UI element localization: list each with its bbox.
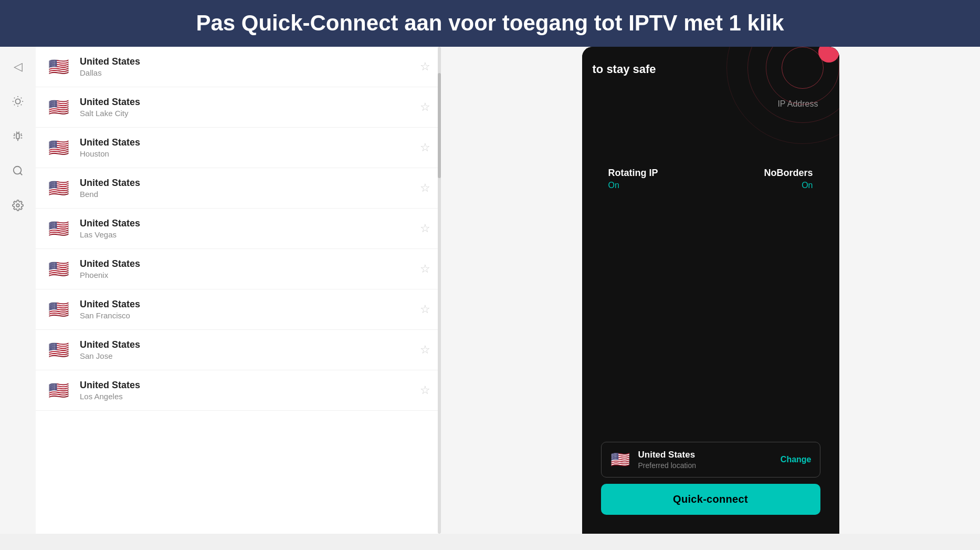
location-country: United States (80, 97, 412, 108)
location-country: United States (80, 137, 412, 148)
svg-point-9 (14, 166, 22, 174)
location-selector[interactable]: 🇺🇸 United States Preferred location Chan… (601, 442, 820, 478)
header-banner: Pas Quick-Connect aan voor toegang tot I… (0, 0, 980, 47)
flag-icon: 🇺🇸 (46, 138, 71, 158)
location-country: United States (80, 178, 412, 189)
sidebar-icons: ◁ (0, 47, 36, 534)
rotating-ip-label: Rotating IP (608, 168, 700, 179)
favorite-star-icon[interactable]: ☆ (420, 383, 430, 397)
flag-icon: 🇺🇸 (46, 340, 71, 360)
flag-icon: 🇺🇸 (46, 97, 71, 117)
search-icon[interactable] (8, 161, 27, 180)
location-city: San Francisco (80, 311, 412, 320)
list-item[interactable]: 🇺🇸 United States Phoenix ☆ (36, 249, 441, 289)
favorite-star-icon[interactable]: ☆ (420, 141, 430, 154)
flag-icon: 🇺🇸 (46, 259, 71, 279)
bug-icon[interactable] (8, 127, 27, 146)
flag-icon: 🇺🇸 (46, 219, 71, 238)
list-item[interactable]: 🇺🇸 United States Salt Lake City ☆ (36, 87, 441, 128)
rotating-ip-value: On (608, 181, 700, 190)
location-country: United States (80, 299, 412, 310)
brightness-icon[interactable] (8, 92, 27, 111)
preferred-country: United States (638, 450, 773, 460)
list-item[interactable]: 🇺🇸 United States Bend ☆ (36, 168, 441, 209)
svg-point-11 (16, 204, 19, 207)
location-city: Bend (80, 190, 412, 199)
list-item[interactable]: 🇺🇸 United States Dallas ☆ (36, 47, 441, 87)
location-country: United States (80, 218, 412, 229)
location-city: Houston (80, 149, 412, 158)
location-text: United States Dallas (80, 56, 412, 77)
location-country: United States (80, 339, 412, 350)
location-text: United States Bend (80, 178, 412, 199)
favorite-star-icon[interactable]: ☆ (420, 262, 430, 276)
svg-line-8 (21, 97, 22, 98)
settings-icon[interactable] (8, 196, 27, 215)
left-panel: ◁ (0, 47, 441, 534)
location-country: United States (80, 258, 412, 269)
scrollbar[interactable] (438, 47, 441, 534)
flag-icon: 🇺🇸 (46, 380, 71, 400)
location-city: Salt Lake City (80, 109, 412, 118)
header-title: Pas Quick-Connect aan voor toegang tot I… (196, 11, 784, 35)
location-text: United States Los Angeles (80, 380, 412, 401)
list-item[interactable]: 🇺🇸 United States Las Vegas ☆ (36, 209, 441, 249)
location-text: United States San Francisco (80, 299, 412, 320)
favorite-star-icon[interactable]: ☆ (420, 222, 430, 235)
favorite-star-icon[interactable]: ☆ (420, 181, 430, 195)
location-country: United States (80, 380, 412, 391)
location-text: United States Phoenix (80, 258, 412, 279)
favorite-star-icon[interactable]: ☆ (420, 343, 430, 357)
app-top-section: to stay safe IP Address Rot (582, 47, 839, 433)
right-panel: to stay safe IP Address Rot (441, 47, 980, 534)
list-item[interactable]: 🇺🇸 United States San Jose ☆ (36, 330, 441, 370)
location-city: Los Angeles (80, 392, 412, 401)
svg-line-7 (14, 104, 15, 105)
change-button[interactable]: Change (781, 455, 812, 464)
radar-circles (703, 47, 839, 178)
connection-bar: 🇺🇸 United States Preferred location Chan… (591, 433, 831, 525)
main-container: ◁ (0, 47, 980, 534)
quick-connect-button[interactable]: Quick-connect (601, 484, 820, 515)
app-mockup: to stay safe IP Address Rot (582, 47, 839, 534)
flag-icon: 🇺🇸 (46, 299, 71, 319)
location-text: United States Houston (80, 137, 412, 158)
location-text: United States Las Vegas (80, 218, 412, 239)
location-city: Dallas (80, 68, 412, 77)
svg-point-0 (15, 99, 20, 103)
preferred-type: Preferred location (638, 461, 773, 470)
location-text: United States Salt Lake City (80, 97, 412, 118)
radar-graphic (703, 47, 839, 178)
location-list: 🇺🇸 United States Dallas ☆ 🇺🇸 United Stat… (36, 47, 441, 534)
flag-icon: 🇺🇸 (46, 178, 71, 198)
rotating-ip-stat: Rotating IP On (608, 168, 700, 190)
list-item[interactable]: 🇺🇸 United States Houston ☆ (36, 128, 441, 168)
location-city: Phoenix (80, 271, 412, 279)
location-country: United States (80, 56, 412, 67)
favorite-star-icon[interactable]: ☆ (420, 303, 430, 316)
location-city: San Jose (80, 351, 412, 360)
preferred-flag: 🇺🇸 (610, 450, 631, 469)
favorite-star-icon[interactable]: ☆ (420, 100, 430, 114)
stay-safe-text: to stay safe (593, 63, 656, 76)
preferred-location-text: United States Preferred location (638, 450, 773, 470)
location-city: Las Vegas (80, 230, 412, 239)
list-item[interactable]: 🇺🇸 United States Los Angeles ☆ (36, 370, 441, 411)
no-borders-value: On (721, 181, 813, 190)
favorite-star-icon[interactable]: ☆ (420, 60, 430, 74)
svg-line-4 (21, 104, 22, 105)
flag-icon: 🇺🇸 (46, 57, 71, 77)
svg-line-10 (20, 173, 22, 175)
back-icon[interactable]: ◁ (8, 57, 27, 76)
location-text: United States San Jose (80, 339, 412, 360)
svg-line-3 (14, 97, 15, 98)
list-item[interactable]: 🇺🇸 United States San Francisco ☆ (36, 289, 441, 330)
